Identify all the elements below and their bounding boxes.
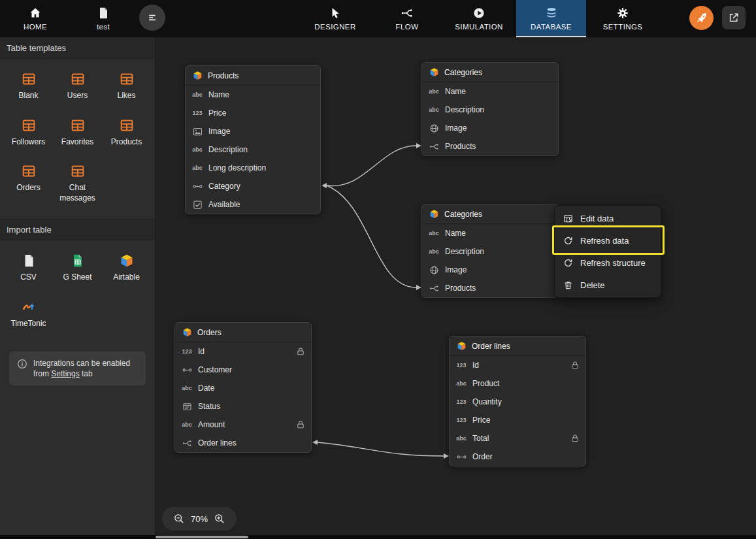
- table-card-categories-1[interactable]: Categories abc Name abc Description Imag…: [421, 62, 559, 156]
- timetonic-icon: [22, 300, 36, 314]
- field-row[interactable]: abc Description: [186, 140, 320, 159]
- field-row[interactable]: abc Name: [422, 82, 558, 101]
- field-label: Name: [445, 229, 466, 238]
- import-airtable[interactable]: Airtable: [102, 253, 151, 283]
- field-row[interactable]: 123 Price: [186, 104, 320, 122]
- tab-flow[interactable]: FLOW: [372, 0, 442, 37]
- menu-item-refresh-structure[interactable]: Refresh structure: [555, 252, 661, 274]
- panel-toggle-button[interactable]: [139, 5, 165, 31]
- field-row[interactable]: Image: [422, 261, 558, 279]
- field-row[interactable]: Status: [175, 397, 311, 416]
- field-row[interactable]: Order: [450, 448, 585, 466]
- menu-item-refresh-data[interactable]: Refresh data: [555, 229, 661, 252]
- table-card-order-lines[interactable]: Order lines 123 Id abc Product 123 Quant…: [449, 336, 586, 466]
- home-icon: [29, 7, 42, 20]
- lock-icon: [570, 434, 580, 443]
- number-type-icon: 123: [191, 110, 203, 116]
- section-title: Table templates: [7, 43, 66, 53]
- cursor-icon: [329, 7, 342, 20]
- settings-link[interactable]: Settings: [51, 369, 79, 378]
- field-row[interactable]: 123 Id: [175, 342, 311, 361]
- table-header[interactable]: Categories: [422, 63, 558, 82]
- scrollbar-thumb[interactable]: [156, 536, 248, 538]
- field-row[interactable]: 123 Quantity: [450, 393, 585, 411]
- field-label: Id: [198, 347, 205, 356]
- menu-item-delete[interactable]: Delete: [555, 274, 661, 296]
- external-link-icon: [727, 11, 740, 24]
- table-header[interactable]: Categories: [422, 204, 558, 224]
- section-header-table-templates: Table templates: [0, 37, 155, 59]
- field-row[interactable]: 123 Price: [450, 411, 585, 429]
- field-row[interactable]: 123 Id: [450, 356, 585, 374]
- field-row[interactable]: Image: [186, 122, 320, 140]
- menu-item-label: Delete: [580, 280, 605, 290]
- table-card-products[interactable]: Products abc Name 123 Price Image abc De…: [185, 65, 321, 214]
- text-type-icon: abc: [428, 88, 440, 95]
- horizontal-scrollbar[interactable]: [0, 535, 756, 539]
- tab-settings[interactable]: SETTINGS: [588, 0, 657, 37]
- field-row[interactable]: Image: [422, 119, 558, 137]
- lock-icon: [570, 361, 580, 370]
- image-type-icon: [191, 127, 203, 137]
- field-row[interactable]: abc Description: [422, 242, 558, 261]
- table-header[interactable]: Products: [186, 66, 320, 86]
- template-favorites[interactable]: Favorites: [53, 118, 102, 148]
- field-label: Order lines: [198, 438, 237, 448]
- text-type-icon: abc: [181, 421, 193, 428]
- tab-database[interactable]: DATABASE: [516, 0, 586, 37]
- tab-designer[interactable]: DESIGNER: [301, 0, 370, 37]
- menu-item-label: Edit data: [580, 214, 614, 223]
- field-row[interactable]: Order lines: [175, 434, 311, 452]
- field-row[interactable]: abc Long description: [186, 159, 320, 177]
- table-card-categories-2[interactable]: Categories abc Name abc Description Imag…: [421, 204, 559, 298]
- menu-item-edit-data[interactable]: Edit data: [555, 207, 661, 229]
- field-row[interactable]: abc Name: [186, 86, 320, 104]
- field-row[interactable]: abc Date: [175, 379, 311, 397]
- table-header[interactable]: Orders: [175, 323, 311, 342]
- import-gsheet[interactable]: G Sheet: [53, 253, 102, 283]
- field-label: Amount: [198, 420, 225, 429]
- lock-icon: [296, 347, 305, 356]
- nav-project[interactable]: test: [84, 0, 123, 37]
- field-row[interactable]: Customer: [175, 361, 311, 379]
- import-timetonic[interactable]: TimeTonic: [4, 300, 53, 329]
- field-label: Price: [472, 416, 490, 425]
- template-likes[interactable]: Likes: [102, 72, 151, 101]
- template-label: Blank: [18, 91, 38, 101]
- import-csv[interactable]: CSV: [4, 253, 53, 283]
- template-blank[interactable]: Blank: [4, 72, 53, 101]
- menu-lines-icon: [146, 11, 159, 24]
- tab-label: DESIGNER: [314, 23, 355, 31]
- zoom-in-button[interactable]: [214, 513, 225, 525]
- field-row[interactable]: Available: [186, 195, 320, 214]
- template-products[interactable]: Products: [102, 118, 151, 148]
- project-name-label: test: [97, 23, 110, 31]
- field-row[interactable]: Products: [422, 137, 558, 155]
- template-chat-messages[interactable]: Chat messages: [53, 164, 102, 203]
- template-orders[interactable]: Orders: [4, 164, 53, 203]
- tab-simulation[interactable]: SIMULATION: [444, 0, 514, 37]
- field-row[interactable]: abc Description: [422, 101, 558, 119]
- section-title: Import table: [7, 225, 52, 235]
- nav-home[interactable]: HOME: [9, 0, 61, 37]
- open-app-button[interactable]: [722, 6, 746, 29]
- edit-table-icon: [563, 214, 573, 223]
- template-label: Favorites: [61, 137, 93, 148]
- publish-button[interactable]: [689, 6, 714, 30]
- zoom-out-button[interactable]: [173, 513, 185, 525]
- field-row[interactable]: Category: [186, 177, 320, 195]
- template-followers[interactable]: Followers: [4, 118, 53, 148]
- table-card-orders[interactable]: Orders 123 Id Customer abc Date Status a…: [174, 322, 312, 453]
- template-users[interactable]: Users: [53, 72, 102, 101]
- field-row[interactable]: abc Product: [450, 374, 585, 393]
- sidebar: Table templates Blank Users Likes Follow…: [0, 37, 156, 535]
- field-row[interactable]: abc Name: [422, 224, 558, 242]
- zoom-level: 70%: [191, 514, 208, 524]
- schema-canvas[interactable]: Products abc Name 123 Price Image abc De…: [156, 37, 756, 539]
- menu-item-label: Refresh structure: [580, 258, 646, 268]
- table-header[interactable]: Order lines: [450, 336, 585, 356]
- field-row[interactable]: Products: [422, 279, 558, 297]
- field-row[interactable]: abc Total: [450, 429, 585, 448]
- field-label: Image: [445, 265, 467, 274]
- field-row[interactable]: abc Amount: [175, 416, 311, 434]
